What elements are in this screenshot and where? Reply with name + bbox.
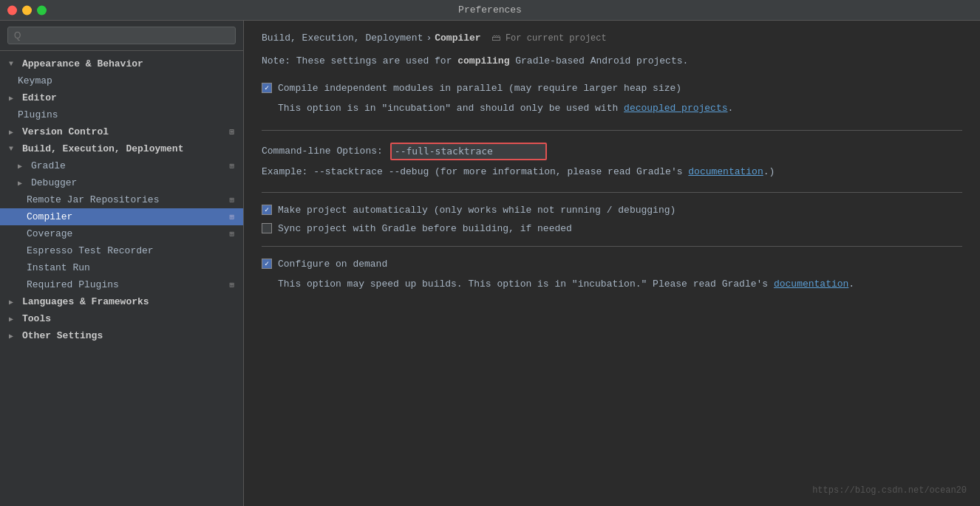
breadcrumb-arrow: › (426, 33, 432, 44)
sidebar-item-label: Build, Execution, Deployment (22, 143, 183, 154)
sidebar-item-label: Keymap (18, 75, 52, 86)
close-button[interactable] (7, 5, 17, 15)
command-line-options-row: Command-line Options: (262, 143, 962, 160)
sidebar-item-label: Instant Run (27, 262, 90, 273)
example-prefix: Example: --stacktrace --debug (for more … (262, 166, 688, 177)
sidebar-item-appearance[interactable]: ▼ Appearance & Behavior (0, 55, 243, 72)
sidebar-item-label: Tools (22, 313, 51, 324)
minimize-button[interactable] (22, 5, 32, 15)
note-incubation-prefix: This option is in "incubation" and shoul… (278, 103, 624, 114)
sidebar-item-keymap[interactable]: Keymap (0, 72, 243, 89)
sidebar-item-label: Required Plugins (27, 279, 119, 290)
copy-icon: ⊞ (229, 161, 234, 171)
expand-arrow-icon: ▶ (18, 179, 27, 188)
sidebar-item-version-control[interactable]: ▶ Version Control ⊞ (0, 123, 243, 140)
sidebar-item-label: Editor (22, 92, 57, 103)
configure-demand-note: This option may speed up builds. This op… (262, 277, 962, 293)
sidebar-item-debugger[interactable]: ▶ Debugger (0, 174, 243, 191)
sidebar-item-gradle[interactable]: ▶ Gradle ⊞ (0, 157, 243, 174)
sync-gradle-checkbox[interactable] (262, 223, 272, 233)
note-bold: compiling (457, 55, 509, 66)
decoupled-projects-link[interactable]: decoupled projects (624, 103, 727, 114)
project-icon: 🗃 (491, 33, 500, 44)
sidebar-item-label: Other Settings (22, 330, 103, 341)
configure-demand-suffix: . (848, 278, 854, 290)
for-project-label: 🗃 For current project (491, 33, 607, 44)
configure-demand-prefix: This option may speed up builds. This op… (278, 278, 774, 290)
sidebar-item-coverage[interactable]: Coverage ⊞ (0, 225, 243, 242)
titlebar: Preferences (0, 0, 980, 21)
documentation-link-1[interactable]: documentation (688, 166, 763, 177)
sync-gradle-row: Sync project with Gradle before building… (262, 223, 962, 234)
sidebar-nav: ▼ Appearance & Behavior Keymap ▶ Editor … (0, 51, 243, 506)
breadcrumb: Build, Execution, Deployment › Compiler … (262, 33, 962, 44)
breadcrumb-current: Compiler (435, 33, 480, 44)
configure-demand-section: Configure on demand This option may spee… (262, 259, 962, 293)
expand-arrow-icon: ▶ (9, 332, 18, 341)
copy-icon: ⊞ (229, 280, 234, 290)
make-auto-row: Make project automatically (only works w… (262, 205, 962, 216)
search-bar (0, 21, 243, 51)
expand-arrow-icon: ▶ (9, 94, 18, 103)
cmd-label: Command-line Options: (262, 146, 383, 157)
copy-icon: ⊞ (229, 195, 234, 205)
compile-parallel-checkbox[interactable] (262, 83, 272, 93)
sidebar-item-build-exec-deploy[interactable]: ▼ Build, Execution, Deployment (0, 140, 243, 157)
sidebar: ▼ Appearance & Behavior Keymap ▶ Editor … (0, 21, 244, 506)
divider-1 (262, 130, 962, 131)
note-text: Note: These settings are used for compil… (262, 54, 962, 69)
compile-parallel-row: Compile independent modules in parallel … (262, 83, 962, 94)
sidebar-item-label: Version Control (22, 126, 109, 137)
sidebar-item-compiler[interactable]: Compiler ⊞ (0, 208, 243, 225)
sidebar-item-label: Plugins (18, 109, 58, 120)
sidebar-item-label: Coverage (27, 228, 72, 239)
expand-arrow-icon: ▶ (9, 298, 18, 307)
sidebar-item-label: Languages & Frameworks (22, 296, 149, 307)
cmd-input-wrapper (390, 143, 547, 160)
content-panel: Build, Execution, Deployment › Compiler … (244, 21, 980, 506)
window-title: Preferences (458, 4, 522, 16)
sidebar-item-espresso[interactable]: Espresso Test Recorder (0, 242, 243, 259)
search-input[interactable] (7, 27, 236, 44)
sync-gradle-label: Sync project with Gradle before building… (278, 223, 572, 234)
sidebar-item-label: Remote Jar Repositories (27, 194, 159, 205)
configure-demand-row: Configure on demand (262, 259, 962, 270)
example-text: Example: --stacktrace --debug (for more … (262, 166, 962, 177)
expand-arrow-icon: ▶ (18, 162, 27, 171)
expand-arrow-icon: ▼ (9, 60, 18, 68)
sidebar-item-label: Compiler (27, 211, 72, 222)
sidebar-item-languages[interactable]: ▶ Languages & Frameworks (0, 293, 243, 310)
note-incubation-suffix: . (728, 103, 734, 114)
for-project-text: For current project (506, 33, 607, 44)
sidebar-item-plugins[interactable]: Plugins (0, 106, 243, 123)
make-auto-checkbox[interactable] (262, 205, 272, 215)
note-suffix: Gradle-based Android projects. (509, 55, 688, 66)
documentation-link-2[interactable]: documentation (774, 278, 848, 290)
example-suffix: .) (763, 166, 775, 177)
copy-icon: ⊞ (229, 229, 234, 239)
compile-parallel-note: This option is in "incubation" and shoul… (262, 101, 962, 117)
sidebar-item-other-settings[interactable]: ▶ Other Settings (0, 327, 243, 344)
sidebar-item-tools[interactable]: ▶ Tools (0, 310, 243, 327)
breadcrumb-path: Build, Execution, Deployment (262, 33, 423, 44)
copy-icon: ⊞ (229, 212, 234, 222)
sidebar-item-label: Espresso Test Recorder (27, 245, 154, 256)
make-auto-label: Make project automatically (only works w… (278, 205, 676, 216)
sidebar-item-remote-jar[interactable]: Remote Jar Repositories ⊞ (0, 191, 243, 208)
maximize-button[interactable] (37, 5, 47, 15)
expand-arrow-icon: ▶ (9, 315, 18, 324)
compile-parallel-label: Compile independent modules in parallel … (278, 83, 681, 94)
sidebar-item-instant-run[interactable]: Instant Run (0, 259, 243, 276)
copy-icon: ⊞ (229, 127, 234, 137)
sidebar-item-editor[interactable]: ▶ Editor (0, 89, 243, 106)
divider-3 (262, 246, 962, 247)
window-buttons (7, 5, 47, 15)
expand-arrow-icon: ▼ (9, 145, 18, 153)
sidebar-item-required-plugins[interactable]: Required Plugins ⊞ (0, 276, 243, 293)
configure-demand-label: Configure on demand (278, 259, 387, 270)
cmd-input[interactable] (395, 146, 542, 157)
main-layout: ▼ Appearance & Behavior Keymap ▶ Editor … (0, 21, 980, 506)
configure-demand-checkbox[interactable] (262, 259, 272, 269)
sidebar-item-label: Gradle (31, 160, 66, 171)
watermark: https://blog.csdn.net/ocean20 (812, 485, 967, 496)
